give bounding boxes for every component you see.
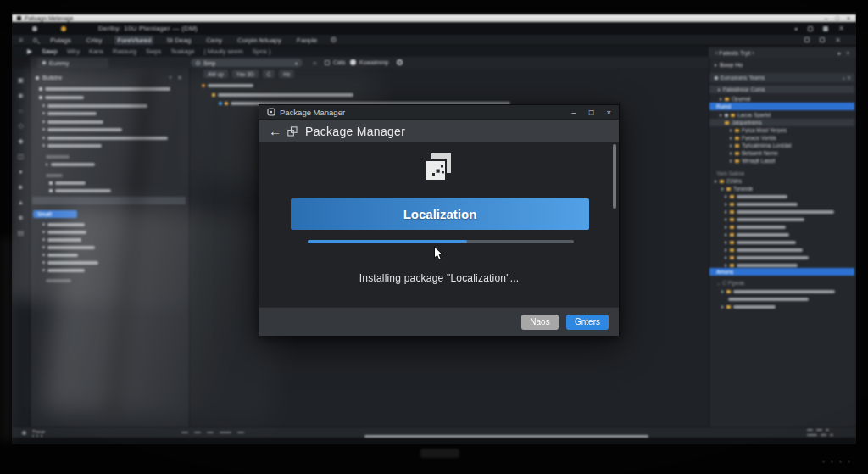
toolbar-item[interactable]: Spns ) [253, 47, 271, 55]
os-close-button[interactable]: × [847, 15, 850, 21]
tree-row[interactable]: Rumd [709, 103, 854, 110]
tree-row[interactable] [31, 93, 187, 101]
panel-icon[interactable] [820, 37, 825, 42]
tree-row[interactable] [31, 118, 187, 125]
tree-row[interactable] [31, 236, 187, 243]
circle-icon[interactable]: ● [837, 50, 841, 56]
tree-row[interactable] [31, 228, 187, 236]
menu-item[interactable]: Ceny [203, 36, 225, 45]
rail-tool-icon[interactable]: ◫ [18, 153, 25, 160]
tree-row[interactable] [31, 220, 187, 228]
tree-row[interactable] [31, 125, 187, 133]
tree-row[interactable] [31, 102, 187, 109]
toggle-dot[interactable] [350, 59, 356, 65]
tree-row[interactable]: Europeans Teams+ ✕ [709, 73, 854, 82]
tree-row[interactable]: Yam Salree [709, 170, 854, 177]
maximize-icon[interactable] [808, 26, 813, 31]
tree-row[interactable] [31, 153, 187, 160]
tree-row[interactable]: 21Mrs [709, 177, 854, 185]
tree-row[interactable]: Opymal [709, 95, 854, 103]
toolbar-item[interactable]: Swps [146, 47, 161, 55]
rail-tool-icon[interactable]: ▤ [18, 229, 25, 237]
rail-tool-icon[interactable]: ◆ [18, 137, 23, 145]
tree-row[interactable]: Fatestrece Coms [709, 86, 854, 93]
toolbar-item[interactable]: Sawp [42, 47, 58, 55]
tree-row[interactable] [31, 109, 187, 117]
tree-row[interactable]: Fyeacs Vorlds [709, 134, 854, 142]
tree-row[interactable]: Wrraglt Lassit [709, 157, 854, 165]
tree-row[interactable] [32, 197, 186, 204]
search-icon[interactable] [33, 38, 37, 42]
tree-row[interactable] [31, 243, 187, 251]
tree-row[interactable] [31, 179, 187, 187]
os-titlebar[interactable]: Pafuagn Meterage – □ × [12, 14, 856, 22]
tree-row[interactable]: Fyica Most Yerpes [709, 126, 854, 134]
rail-tool-icon[interactable]: ● [19, 168, 23, 176]
filter-icon[interactable]: = [313, 59, 317, 67]
tree-row[interactable] [709, 287, 854, 295]
panel-icon[interactable] [804, 37, 810, 42]
hierarchy-tab[interactable]: Eunmy [37, 58, 108, 68]
section-actions[interactable]: + ✕ [843, 75, 851, 81]
target-icon[interactable] [397, 59, 403, 65]
tree-row[interactable] [31, 259, 187, 266]
menu-item[interactable]: Corpin fetuapy [235, 36, 284, 45]
tree-row[interactable]: Amuns [709, 268, 854, 276]
tree-row[interactable]: Betsamt Neme [709, 149, 854, 157]
tree-row[interactable] [31, 276, 187, 284]
tree-row[interactable] [709, 231, 854, 238]
tree-row[interactable] [709, 208, 854, 215]
back-button[interactable]: ← [269, 125, 287, 137]
tree-row[interactable] [31, 160, 187, 168]
tree-row[interactable]: ⌄ C Pgwas [709, 279, 854, 287]
tree-row[interactable] [709, 215, 854, 223]
gear-icon[interactable]: ⚙ [331, 36, 337, 44]
menu-item[interactable]: St Deag [164, 36, 193, 45]
tree-row[interactable] [190, 91, 707, 98]
os-minimize-button[interactable]: – [825, 15, 828, 21]
restore-icon[interactable] [823, 26, 828, 31]
tree-row[interactable] [709, 223, 854, 231]
dialog-close-button[interactable]: × [606, 108, 611, 117]
tree-row[interactable] [709, 192, 854, 200]
dialog-scrollbar[interactable] [613, 144, 616, 209]
secondary-button[interactable]: Naos [521, 315, 559, 330]
menu-item[interactable]: Pulags [47, 36, 73, 45]
tree-row[interactable] [31, 171, 187, 179]
toolbar-item[interactable]: Rassurg [113, 47, 136, 55]
right-panel-tab[interactable]: ‹ Fatests Trpt › ●≡ [709, 47, 856, 58]
dialog-maximize-button[interactable]: □ [589, 108, 594, 117]
tree-row[interactable]: Lacus Sparist [709, 111, 854, 119]
toolbar-item[interactable]: Kans [89, 47, 103, 55]
tree-row[interactable]: Tyricalmima Lorddat [709, 142, 854, 149]
menubar-right-icons[interactable]: ✕ [804, 36, 841, 44]
ide-window-controls[interactable]: ●✕ [794, 25, 844, 32]
rail-tool-icon[interactable]: ◈ [18, 214, 23, 221]
tree-row[interactable] [709, 200, 854, 208]
tree-row[interactable] [31, 85, 187, 92]
menu-icon[interactable]: ≡ [846, 50, 849, 56]
search-input[interactable]: Smp▾ [191, 59, 303, 67]
tree-row[interactable]: Jatquetrems [709, 119, 854, 126]
rail-tool-icon[interactable]: ▣ [18, 76, 25, 84]
toolbar-item[interactable]: | Moully seem [204, 47, 243, 55]
tree-row[interactable] [31, 134, 187, 142]
tree-row[interactable]: Tyrande [709, 185, 854, 192]
close-icon[interactable]: ✕ [835, 36, 841, 44]
rail-tool-icon[interactable]: ■ [19, 183, 23, 191]
dialog-minimize-button[interactable]: – [571, 108, 576, 117]
tree-row[interactable] [31, 251, 187, 259]
tree-row[interactable] [709, 246, 854, 254]
primary-button[interactable]: Gnters [566, 315, 609, 330]
play-icon[interactable]: ▶ [27, 47, 32, 55]
tree-row[interactable]: Smatt [33, 210, 77, 218]
tree-row[interactable] [31, 187, 187, 194]
toolbar-item[interactable]: Wiry [67, 47, 80, 55]
tree-row[interactable]: Boop Ho [709, 61, 854, 69]
menu-item[interactable]: ForeVtured [114, 36, 153, 45]
menu-item[interactable]: Crtsy [84, 36, 105, 45]
os-maximize-button[interactable]: □ [836, 15, 839, 21]
rail-tool-icon[interactable]: ⌂ [19, 107, 23, 114]
tree-row[interactable] [709, 303, 854, 310]
tree-row[interactable] [709, 238, 854, 246]
